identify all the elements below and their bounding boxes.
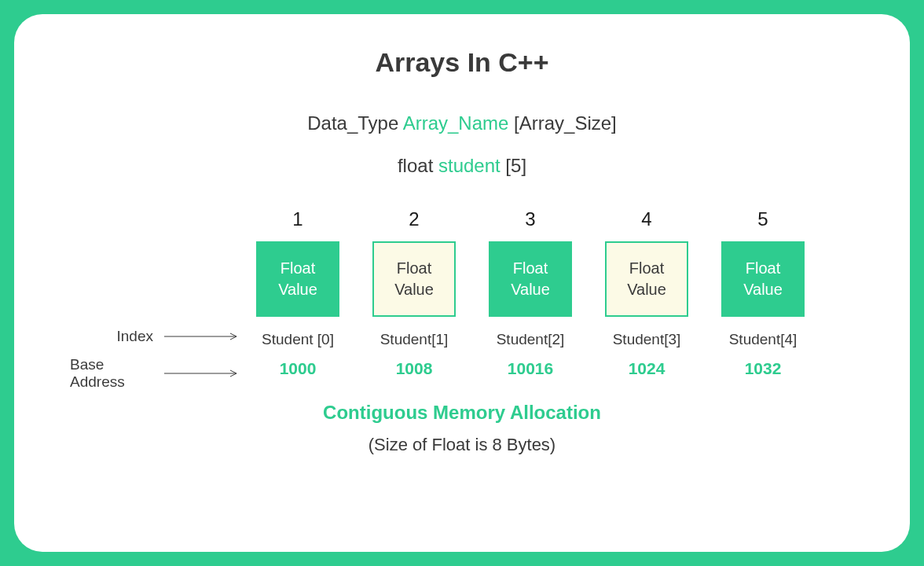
memory-column: 1FloatValueStudent [0]1000: [254, 208, 342, 378]
memory-cell: FloatValue: [372, 241, 456, 317]
address-value: 10016: [508, 359, 553, 378]
syntax-size: [Array_Size]: [508, 112, 616, 134]
memory-cell: FloatValue: [605, 241, 688, 317]
address-value: 1032: [745, 359, 782, 378]
base-address-label-row: Base Address: [70, 356, 243, 391]
arrow-icon: [164, 369, 243, 377]
memory-column: 3FloatValueStudent[2]10016: [486, 208, 574, 378]
memory-cell: FloatValue: [489, 241, 572, 317]
column-number: 4: [641, 208, 651, 230]
cell-text: FloatValue: [394, 258, 434, 300]
cell-text: FloatValue: [278, 258, 317, 300]
column-number: 2: [409, 208, 419, 230]
example-line: float student [5]: [46, 155, 878, 177]
memory-column: 2FloatValueStudent[1]1008: [370, 208, 458, 378]
syntax-arrayname: Array_Name: [403, 112, 509, 134]
index-value: Student [0]: [262, 331, 334, 348]
example-datatype: float: [398, 155, 438, 176]
index-label-row: Index: [70, 328, 243, 345]
page-title: Arrays In C++: [46, 47, 878, 78]
footer-allocation: Contiguous Memory Allocation: [46, 402, 878, 424]
side-labels: Index Base Address: [70, 328, 243, 402]
footer-size-note: (Size of Float is 8 Bytes): [46, 435, 878, 455]
column-number: 1: [292, 208, 302, 230]
example-arrayname: student: [438, 155, 500, 176]
memory-diagram: Index Base Address 1FloatValueStudent [0…: [254, 208, 878, 378]
syntax-datatype: Data_Type: [307, 112, 402, 134]
arrow-icon: [164, 333, 243, 340]
address-value: 1000: [280, 359, 317, 378]
column-number: 5: [757, 208, 768, 230]
diagram-card: Arrays In C++ Data_Type Array_Name [Arra…: [14, 14, 910, 552]
syntax-line: Data_Type Array_Name [Array_Size]: [46, 112, 878, 134]
index-value: Student[2]: [497, 331, 565, 348]
base-address-label-text: Base Address: [70, 356, 153, 391]
index-value: Student[3]: [613, 331, 681, 348]
memory-column: 4FloatValueStudent[3]1024: [603, 208, 691, 378]
address-value: 1024: [629, 359, 666, 378]
memory-cell: FloatValue: [256, 241, 339, 317]
cell-text: FloatValue: [511, 258, 550, 300]
address-value: 1008: [396, 359, 433, 378]
memory-columns: 1FloatValueStudent [0]10002FloatValueStu…: [254, 208, 878, 378]
memory-column: 5FloatValueStudent[4]1032: [719, 208, 807, 378]
index-label-text: Index: [117, 328, 153, 345]
index-value: Student[1]: [380, 331, 449, 348]
memory-cell: FloatValue: [721, 241, 805, 317]
example-size: [5]: [500, 155, 526, 176]
column-number: 3: [525, 208, 535, 230]
cell-text: FloatValue: [627, 258, 666, 300]
cell-text: FloatValue: [743, 258, 783, 300]
index-value: Student[4]: [729, 331, 798, 348]
